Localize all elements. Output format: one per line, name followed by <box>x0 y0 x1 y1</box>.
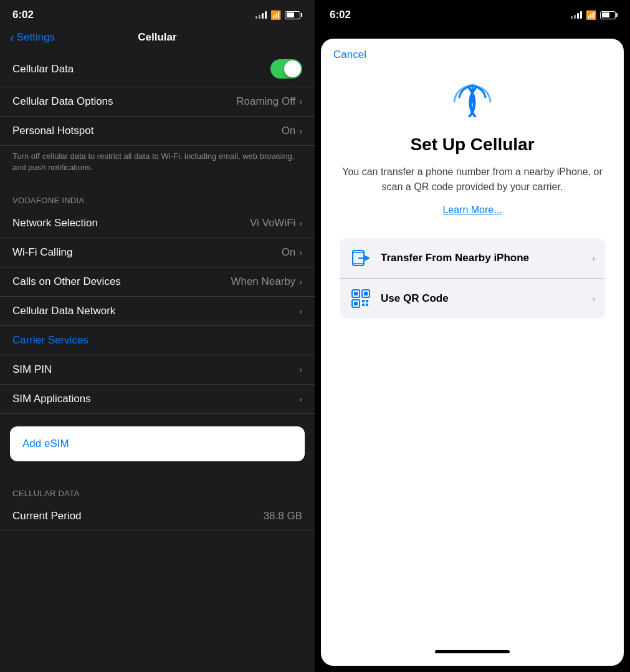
label-cellular-data: Cellular Data <box>12 63 74 75</box>
row-cellular-data[interactable]: Cellular Data <box>0 51 315 87</box>
svg-rect-14 <box>362 300 365 302</box>
chevron-icon: › <box>299 247 302 257</box>
chevron-icon: › <box>299 365 302 375</box>
value-current-period: 38.8 GB <box>264 510 302 522</box>
modal-sheet: Cancel ( ) <box>321 39 624 666</box>
signal-icon-right <box>571 11 582 19</box>
row-carrier-services[interactable]: Carrier Services <box>0 326 315 355</box>
chevron-icon: › <box>299 306 302 316</box>
battery-right <box>600 11 618 19</box>
qr-code-icon <box>350 287 372 310</box>
label-cellular-data-network: Cellular Data Network <box>12 305 115 317</box>
left-panel: 6:02 📶 ‹ Settings Cellular <box>0 0 315 672</box>
section-cellular-data: CELLULAR DATA <box>0 474 315 502</box>
label-sim-pin: SIM PIN <box>12 363 52 376</box>
modal-title: Set Up Cellular <box>410 135 534 155</box>
time-right: 6:02 <box>330 9 351 21</box>
wifi-icon-left: 📶 <box>270 10 281 20</box>
add-esim-card[interactable]: Add eSIM <box>10 426 305 461</box>
chevron-icon: › <box>299 218 302 228</box>
learn-more-link[interactable]: Learn More... <box>442 204 502 216</box>
row-sim-pin[interactable]: SIM PIN › <box>0 355 315 385</box>
option-chevron-transfer: › <box>592 253 595 263</box>
status-bar-left: 6:02 📶 <box>0 0 315 26</box>
value-sim-pin: › <box>299 365 302 375</box>
page-title-left: Cellular <box>138 31 176 44</box>
status-bar-right: 6:02 📶 <box>315 0 630 26</box>
home-indicator <box>435 650 510 653</box>
option-transfer-nearby[interactable]: Transfer From Nearby iPhone › <box>340 238 605 279</box>
option-label-transfer: Transfer From Nearby iPhone <box>381 252 592 264</box>
label-cellular-data-options: Cellular Data Options <box>12 95 113 108</box>
section-vodafone: VODAFONE INDIA <box>0 181 315 209</box>
settings-list: Cellular Data Cellular Data Options Roam… <box>0 51 315 146</box>
label-calls-other-devices: Calls on Other Devices <box>12 276 121 288</box>
value-personal-hotspot: On › <box>282 125 302 137</box>
row-cellular-data-options[interactable]: Cellular Data Options Roaming Off › <box>0 87 315 117</box>
cellular-data-list: Current Period 38.8 GB <box>0 502 315 531</box>
modal-header: Cancel <box>321 39 624 61</box>
value-text: On <box>282 246 296 259</box>
value-calls-other-devices: When Nearby › <box>231 276 302 288</box>
value-cellular-data-network: › <box>299 306 302 316</box>
options-list: Transfer From Nearby iPhone › <box>340 238 605 319</box>
cellular-description: Turn off cellular data to restrict all d… <box>0 146 315 181</box>
nav-header-left: ‹ Settings Cellular <box>0 26 315 51</box>
option-chevron-qr: › <box>592 294 595 304</box>
svg-rect-11 <box>364 292 368 295</box>
back-button[interactable]: ‹ Settings <box>10 31 55 45</box>
chevron-icon: › <box>299 126 302 136</box>
chevron-icon: › <box>299 394 302 404</box>
transfer-icon <box>350 247 372 269</box>
chevron-icon: › <box>299 277 302 287</box>
svg-rect-15 <box>366 300 368 302</box>
svg-rect-9 <box>354 292 358 295</box>
label-carrier-services: Carrier Services <box>12 334 88 347</box>
svg-point-3 <box>470 100 474 103</box>
svg-rect-17 <box>366 304 368 306</box>
modal-content: ( ) Set Up Cellular You can transfer a p… <box>321 61 624 666</box>
label-personal-hotspot: Personal Hotspot <box>12 125 93 137</box>
value-network-selection: Vi VoWiFi › <box>250 217 302 229</box>
chevron-icon: › <box>299 97 302 107</box>
status-icons-right: 📶 <box>571 10 618 20</box>
value-text: On <box>282 125 296 137</box>
row-sim-applications[interactable]: SIM Applications › <box>0 385 315 414</box>
svg-rect-16 <box>362 304 365 306</box>
back-chevron-icon: ‹ <box>10 31 14 45</box>
value-text: Vi VoWiFi <box>250 217 295 229</box>
value-text: Roaming Off <box>236 95 295 108</box>
wifi-icon-right: 📶 <box>586 10 596 20</box>
row-calls-other-devices[interactable]: Calls on Other Devices When Nearby › <box>0 267 315 297</box>
option-label-qr: Use QR Code <box>381 292 592 305</box>
toggle-knob <box>284 60 301 77</box>
value-cellular-data-options: Roaming Off › <box>236 95 302 108</box>
time-left: 6:02 <box>12 9 34 21</box>
svg-rect-13 <box>354 302 358 305</box>
value-wifi-calling: On › <box>282 246 302 259</box>
vodafone-list: Network Selection Vi VoWiFi › Wi-Fi Call… <box>0 209 315 414</box>
back-label: Settings <box>17 31 55 44</box>
row-network-selection[interactable]: Network Selection Vi VoWiFi › <box>0 209 315 238</box>
toggle-cellular-data[interactable] <box>270 59 302 79</box>
row-wifi-calling[interactable]: Wi-Fi Calling On › <box>0 238 315 267</box>
add-esim-label: Add eSIM <box>22 438 69 449</box>
signal-icon-left <box>255 11 267 19</box>
row-current-period[interactable]: Current Period 38.8 GB <box>0 502 315 531</box>
label-current-period: Current Period <box>12 510 82 522</box>
battery-left <box>285 11 302 19</box>
cancel-button[interactable]: Cancel <box>333 49 366 61</box>
value-text: When Nearby <box>231 276 295 288</box>
row-personal-hotspot[interactable]: Personal Hotspot On › <box>0 117 315 146</box>
label-wifi-calling: Wi-Fi Calling <box>12 246 72 259</box>
right-panel: 6:02 📶 Cancel <box>315 0 630 672</box>
label-network-selection: Network Selection <box>12 217 98 229</box>
cellular-signal-icon: ( ) <box>451 80 494 120</box>
option-qr-code[interactable]: Use QR Code › <box>340 279 605 319</box>
modal-description: You can transfer a phone number from a n… <box>340 165 605 194</box>
status-icons-left: 📶 <box>255 10 302 20</box>
row-cellular-data-network[interactable]: Cellular Data Network › <box>0 297 315 326</box>
iphone-frame: 6:02 📶 Cancel <box>315 0 630 672</box>
value-sim-applications: › <box>299 394 302 404</box>
value-text: 38.8 GB <box>264 510 302 522</box>
